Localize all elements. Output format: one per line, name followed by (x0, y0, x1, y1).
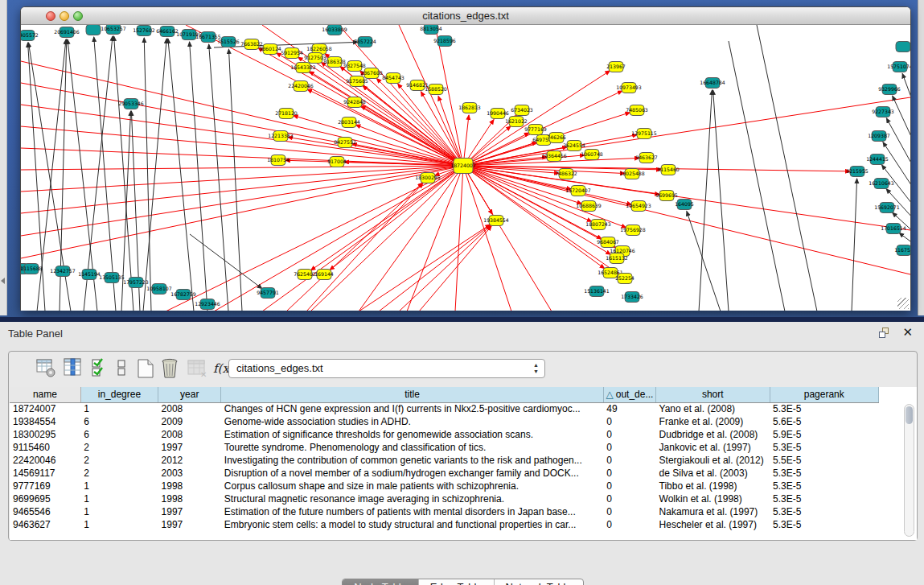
graph-node[interactable]: 9175685 (346, 76, 368, 87)
graph-node[interactable]: 18724007 (450, 159, 476, 174)
graph-edge[interactable] (144, 38, 151, 311)
graph-node[interactable]: 12923446 (195, 299, 220, 310)
graph-edge[interactable] (361, 106, 463, 166)
graph-edge[interactable] (21, 166, 463, 170)
graph-node[interactable]: 10653257 (101, 25, 126, 35)
graph-node[interactable]: 7857224 (354, 37, 376, 47)
splitter-collapse-icon[interactable] (1, 278, 5, 284)
graph-edge[interactable] (713, 90, 729, 311)
graph-node[interactable]: 16210643 (869, 179, 894, 189)
graph-node[interactable]: 2718120 (275, 109, 298, 119)
graph-node[interactable]: 252254 (615, 274, 634, 284)
graph-node[interactable]: 9463627 (635, 153, 658, 163)
graph-node[interactable]: 9115460 (657, 165, 680, 175)
graph-edge[interactable] (286, 183, 422, 311)
graph-node[interactable]: 1615132 (606, 253, 628, 264)
graph-node[interactable]: 9242848 (343, 97, 366, 108)
graph-node[interactable]: 1862813 (458, 103, 481, 113)
graph-node[interactable]: 12342757 (50, 266, 76, 277)
graph-node[interactable]: 213967 (606, 62, 626, 72)
graph-edge[interactable] (359, 166, 463, 311)
graph-node[interactable]: 9329966 (878, 84, 901, 95)
graph-node[interactable]: 19654923 (626, 201, 651, 212)
table-row[interactable]: 946362711997Embryonic stem cells: a mode… (10, 518, 879, 531)
graph-edge[interactable] (190, 42, 207, 311)
window-resize-grip[interactable] (897, 298, 909, 309)
close-panel-icon[interactable]: ✕ (902, 325, 913, 340)
graph-edge[interactable] (214, 166, 463, 311)
graph-node[interactable]: 19384554 (483, 216, 509, 226)
graph-node[interactable]: 9457791 (257, 288, 279, 299)
graph-node[interactable]: 6466162 (156, 27, 179, 37)
table-row[interactable]: 1830029562008Estimation of significance … (10, 428, 879, 441)
window-titlebar[interactable]: citations_edges.txt (21, 7, 910, 25)
float-panel-icon[interactable] (879, 328, 890, 339)
merge-rows-icon[interactable] (116, 358, 129, 381)
scrollbar-thumb[interactable] (906, 406, 913, 424)
column-header-short[interactable]: short (656, 387, 770, 402)
graph-node[interactable]: 1621022 (505, 117, 528, 127)
graph-edge[interactable] (899, 233, 910, 299)
table-row[interactable]: 911546021997Tourette syndrome. Phenomeno… (10, 441, 879, 454)
graph-node[interactable]: 8215955 (846, 167, 869, 177)
delete-column-icon[interactable] (160, 358, 181, 382)
graph-node[interactable]: 7515526 (217, 37, 240, 47)
table-row[interactable]: 969969511998Structural magnetic resonanc… (10, 492, 879, 505)
table-row[interactable]: 1938455462009Genome-wide association stu… (10, 415, 879, 428)
graph-node[interactable]: 15136141 (584, 286, 610, 297)
column-header-title[interactable]: title (221, 387, 604, 402)
column-header-year[interactable]: year (158, 387, 221, 402)
graph-node[interactable]: 13505135 (99, 273, 125, 283)
graph-node[interactable]: 15751074 (887, 62, 910, 72)
column-header-name[interactable]: name (10, 387, 80, 402)
graph-node[interactable]: 8813054 (420, 25, 442, 35)
graph-node[interactable]: 7625402 (294, 270, 316, 280)
graph-node[interactable]: 15692071 (874, 203, 900, 213)
graph-node[interactable]: 1588520 (425, 84, 447, 95)
graph-edge[interactable] (883, 142, 910, 299)
graph-edge[interactable] (262, 166, 463, 311)
graph-node[interactable]: 169144 (314, 270, 334, 280)
table-row[interactable]: 2242004622012Investigating the contribut… (10, 454, 879, 467)
graph-node[interactable] (86, 25, 101, 35)
graph-edge[interactable] (757, 25, 817, 311)
graph-node[interactable]: 1810754 (267, 155, 290, 166)
table-settings-icon[interactable] (36, 358, 57, 382)
graph-node[interactable]: 16033809 (322, 25, 347, 35)
graph-node[interactable]: 16648784 (700, 78, 725, 89)
show-columns-icon[interactable] (64, 358, 83, 381)
graph-node[interactable]: 1990446 (487, 109, 509, 119)
graph-edge[interactable] (21, 166, 463, 213)
tab-network-table[interactable]: Network Table (495, 579, 583, 585)
right-splitter[interactable] (918, 0, 924, 315)
graph-node[interactable]: 16543382 (290, 63, 316, 73)
graph-node[interactable]: 6734023 (511, 105, 533, 116)
graph-canvas[interactable]: 2405572206914061065325715276026466162107… (21, 25, 910, 311)
graph-edge[interactable] (359, 225, 490, 311)
graph-edge[interactable] (399, 225, 491, 311)
graph-edge[interactable] (21, 83, 463, 166)
table-scrollbar[interactable] (904, 404, 914, 537)
graph-edge[interactable] (902, 73, 910, 299)
graph-node[interactable]: 22420046 (288, 81, 314, 92)
table-row[interactable]: 1456911722003Disruption of a novel membe… (10, 467, 879, 480)
table-row[interactable]: 977716911998Corpus callosum shape and si… (10, 480, 879, 492)
column-header-in_degree[interactable]: in_degree (80, 387, 158, 402)
graph-node[interactable]: 164095 (675, 200, 694, 210)
graph-node[interactable]: 1244415 (866, 154, 889, 165)
column-header-out_de[interactable]: △out_de... (603, 387, 655, 402)
table-select-combo[interactable]: citations_edges.txt ▲▼ (228, 359, 545, 378)
graph-node[interactable]: 1060748 (581, 150, 603, 160)
graph-edge[interactable] (21, 166, 463, 236)
graph-edge[interactable] (729, 41, 785, 311)
graph-node[interactable]: 5912954 (281, 48, 303, 59)
graph-edge[interactable] (852, 179, 857, 311)
graph-node[interactable]: 1115688 (21, 264, 43, 274)
graph-node[interactable]: 3624554 (563, 141, 585, 151)
graph-node[interactable]: 8454743 (382, 73, 405, 84)
table-row[interactable]: 946554611997Estimation of the future num… (10, 505, 879, 518)
graph-node[interactable]: 1733426 (621, 292, 643, 303)
select-columns-icon[interactable] (91, 358, 110, 381)
graph-node[interactable]: 20691406 (54, 27, 80, 38)
graph-edge[interactable] (419, 226, 491, 311)
